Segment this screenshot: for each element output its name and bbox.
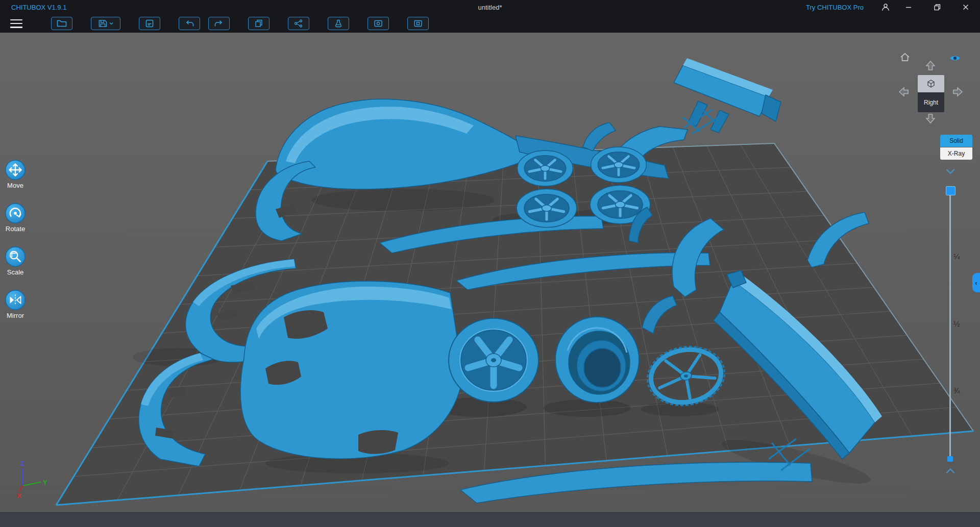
tool-mirror-label: Mirror xyxy=(7,312,24,319)
view-rotate-down-button[interactable] xyxy=(924,112,937,127)
user-account-button[interactable] xyxy=(877,0,894,14)
axis-z-label: Z xyxy=(20,460,24,467)
tool-rotate[interactable]: Rotate xyxy=(5,203,26,233)
arrow-down-icon xyxy=(924,112,937,124)
tool-mirror[interactable]: Mirror xyxy=(5,289,26,319)
model-part-wheel-small-2[interactable] xyxy=(591,147,647,183)
move-icon xyxy=(5,159,26,181)
maximize-icon xyxy=(934,4,941,11)
tool-scale[interactable]: Scale xyxy=(5,246,26,276)
render-mode-xray-label: X-Ray xyxy=(948,150,965,157)
axis-x-label: X xyxy=(17,492,21,499)
viewport-3d-scene: Z Y X xyxy=(0,33,980,512)
app-title: CHITUBOX V1.9.1 xyxy=(11,4,66,11)
view-orientation-label: Right xyxy=(924,99,938,106)
try-pro-link[interactable]: Try CHITUBOX Pro xyxy=(806,4,864,11)
model-part-wheel-small-1[interactable] xyxy=(518,150,573,186)
slider-collapse-button[interactable] xyxy=(945,168,955,177)
punch-hole-icon xyxy=(413,19,423,28)
toolbar-button-resin[interactable] xyxy=(328,17,349,30)
cube-icon xyxy=(926,79,936,88)
view-cube-orientation[interactable]: Right xyxy=(918,92,944,112)
network-icon xyxy=(294,19,303,28)
tool-scale-label: Scale xyxy=(7,268,24,276)
axis-y-label: Y xyxy=(43,479,47,486)
chevron-down-icon xyxy=(109,22,113,25)
view-cube-top-face[interactable] xyxy=(918,75,944,92)
tool-rotate-label: Rotate xyxy=(6,225,25,233)
slider-label-quarter: ¼ xyxy=(953,252,960,261)
maximize-button[interactable] xyxy=(923,0,951,14)
close-icon xyxy=(962,4,969,11)
chevron-up-icon xyxy=(945,467,955,474)
toolbar-button-auto-layout[interactable] xyxy=(288,17,309,30)
height-slider-handle[interactable] xyxy=(946,186,955,195)
minimize-icon xyxy=(905,4,912,11)
slider-expand-button[interactable] xyxy=(945,467,955,476)
scale-icon xyxy=(5,246,26,267)
render-mode-xray-button[interactable]: X-Ray xyxy=(940,147,972,160)
arrow-right-icon xyxy=(951,86,964,98)
folder-icon xyxy=(57,19,67,28)
view-rotate-right-button[interactable] xyxy=(951,86,964,100)
copy-icon xyxy=(255,19,263,28)
settings-panel-flyout-handle[interactable]: ‹ xyxy=(972,273,980,292)
model-part-wheel-small-3[interactable] xyxy=(517,189,577,228)
bottom-status-bar xyxy=(0,512,980,527)
tool-move-label: Move xyxy=(7,182,23,189)
save-icon xyxy=(99,19,107,28)
user-icon xyxy=(881,3,890,11)
model-part-wheel-barrel-right[interactable] xyxy=(555,317,639,403)
toolbar-button-project[interactable] xyxy=(139,17,160,30)
close-button[interactable] xyxy=(951,0,980,14)
home-icon xyxy=(899,51,911,63)
chevron-down-icon xyxy=(945,168,955,175)
viewport-3d: Z Y X Move xyxy=(0,33,980,512)
slider-label-three-quarter: ¾ xyxy=(953,386,960,395)
render-mode-solid-label: Solid xyxy=(949,137,963,144)
arrow-left-icon xyxy=(898,86,910,98)
toolbar-button-save[interactable] xyxy=(91,17,120,30)
main-toolbar xyxy=(0,14,980,33)
model-part-hood[interactable] xyxy=(240,281,463,459)
toolbar-button-open[interactable] xyxy=(51,17,72,30)
chevron-left-icon: ‹ xyxy=(975,279,977,287)
view-rotate-left-button[interactable] xyxy=(898,86,910,100)
flask-icon xyxy=(335,19,342,28)
height-slider-end-marker xyxy=(947,456,953,462)
redo-arrow-icon xyxy=(214,20,224,28)
toolbar-button-dig-hole[interactable] xyxy=(407,17,429,30)
render-mode-solid-button[interactable]: Solid xyxy=(940,135,972,147)
view-home-button[interactable] xyxy=(899,51,911,65)
toolbar-button-copy[interactable] xyxy=(248,17,270,30)
mirror-icon xyxy=(5,289,26,311)
arrow-up-icon xyxy=(924,60,937,72)
height-slider-track[interactable] xyxy=(949,189,951,458)
toolbar-button-redo[interactable] xyxy=(208,17,230,30)
toolbar-button-undo[interactable] xyxy=(179,17,200,30)
undo-arrow-icon xyxy=(185,20,194,28)
model-part-wheel-large-left[interactable] xyxy=(449,318,538,402)
eye-icon xyxy=(949,53,961,63)
menu-button[interactable] xyxy=(10,19,22,28)
file-box-icon xyxy=(145,19,154,28)
view-rotate-up-button[interactable] xyxy=(924,60,937,74)
toolbar-button-hollow[interactable] xyxy=(368,17,389,30)
hollow-box-icon xyxy=(374,19,383,28)
rotate-icon xyxy=(5,203,26,224)
view-visibility-button[interactable] xyxy=(949,53,961,65)
minimize-button[interactable] xyxy=(894,0,923,14)
transform-tools-panel: Move Rotate Scale xyxy=(1,159,30,333)
tool-move[interactable]: Move xyxy=(5,159,26,189)
slider-label-half: ½ xyxy=(953,319,960,328)
title-bar: CHITUBOX V1.9.1 untitled* Try CHITUBOX P… xyxy=(0,0,980,14)
